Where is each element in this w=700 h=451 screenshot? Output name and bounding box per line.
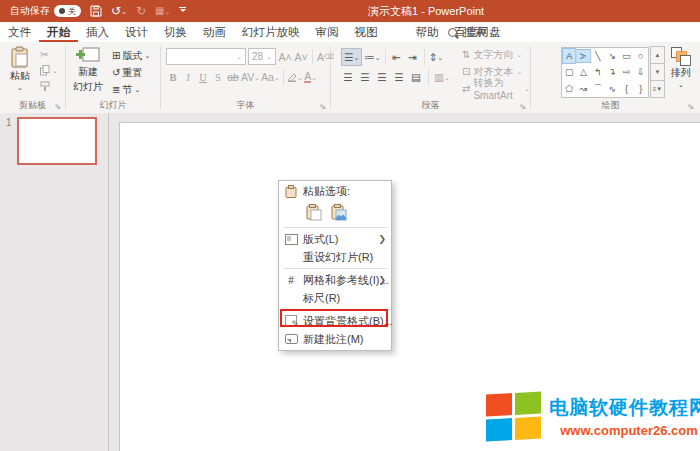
paste-button[interactable]: 粘贴 ⌄ — [4, 46, 36, 91]
copy-button[interactable]: ⌄ — [40, 64, 58, 77]
autosave-switch[interactable]: 关 — [54, 5, 81, 17]
bold-button[interactable]: B — [166, 69, 180, 85]
tab-home[interactable]: 开始 — [39, 22, 78, 42]
increase-font-button[interactable]: A˄ — [278, 49, 292, 65]
save-icon[interactable] — [90, 5, 102, 17]
ribbon: 粘贴 ⌄ ✂ ⌄ 剪贴板 ⇘ 新建 幻灯片 ⊞版式⌄ — [0, 42, 700, 114]
layout-button[interactable]: ⊞版式⌄ — [112, 49, 150, 62]
columns-button[interactable]: ▥⌄ — [434, 69, 450, 85]
autosave-toggle[interactable]: 自动保存 关 — [10, 4, 81, 18]
decrease-font-button[interactable]: A˅ — [294, 49, 308, 65]
change-case-button[interactable]: Aa⌄ — [261, 69, 280, 85]
shape-line-icon[interactable]: ╲ — [591, 48, 605, 64]
shape-vertical-textbox-icon[interactable]: A — [575, 49, 591, 63]
decrease-indent-button[interactable]: ⇤ — [390, 49, 404, 65]
gallery-scroll-down[interactable]: ▼ — [650, 63, 665, 81]
text-shadow-button[interactable]: S — [211, 69, 225, 85]
shape-scribble-icon[interactable]: ↝ — [576, 81, 590, 97]
align-center-button[interactable]: ☰ — [358, 69, 372, 85]
tab-transitions[interactable]: 切换 — [156, 22, 195, 42]
strikethrough-button[interactable]: ab — [226, 69, 240, 85]
shape-down-arrow-icon[interactable]: ⇩ — [634, 64, 648, 80]
tab-design[interactable]: 设计 — [117, 22, 156, 42]
shape-right-brace-icon[interactable]: } — [634, 81, 648, 97]
font-size-select[interactable]: 28⌄ — [248, 48, 276, 65]
align-right-button[interactable]: ☰ — [375, 69, 389, 85]
divider — [312, 49, 313, 65]
tab-review[interactable]: 审阅 — [308, 22, 347, 42]
shape-arrow-line-icon[interactable]: ↘ — [605, 48, 619, 64]
tab-file[interactable]: 文件 — [0, 22, 39, 42]
paste-options-header: 粘贴选项: — [279, 183, 391, 200]
menu-item-reset-slide[interactable]: 重设幻灯片(R) — [279, 248, 391, 266]
clipboard-mini-buttons: ✂ ⌄ — [40, 48, 58, 93]
reset-button[interactable]: ↺重置 — [112, 66, 150, 79]
shape-left-brace-icon[interactable]: { — [619, 81, 633, 97]
font-name-select[interactable]: ⌄ — [166, 48, 246, 65]
distribute-button[interactable]: ▤ — [409, 69, 423, 85]
paste-options-icon — [279, 185, 303, 198]
section-button[interactable]: ≣节⌄ — [112, 83, 150, 96]
clipboard-dialog-launcher[interactable]: ⇘ — [54, 102, 61, 111]
undo-button[interactable]: ↺⌄ — [111, 5, 127, 17]
shape-triangle-icon[interactable]: △ — [576, 64, 590, 80]
shape-rectangle-icon[interactable]: ▭ — [619, 48, 633, 64]
shape-freeform-icon[interactable]: ⬠ — [562, 81, 576, 97]
tab-animations[interactable]: 动画 — [195, 22, 234, 42]
grid-menu-icon: # — [279, 275, 303, 286]
font-dialog-launcher[interactable]: ⇘ — [319, 102, 326, 111]
shape-arc-icon[interactable]: ⌒ — [591, 81, 605, 97]
shape-oval-icon[interactable]: ○ — [634, 48, 648, 64]
redo-button[interactable]: ↻ — [136, 5, 146, 17]
paste-as-picture-button[interactable] — [330, 203, 348, 222]
align-text-icon: ⊡ — [462, 66, 470, 77]
slides-group: 新建 幻灯片 ⊞版式⌄ ↺重置 ≣节⌄ 幻灯片 — [66, 42, 160, 113]
align-left-button[interactable]: ☰ — [341, 69, 355, 85]
slide-thumbnail[interactable] — [17, 117, 97, 165]
reset-icon: ↺ — [112, 68, 120, 78]
shape-curve-icon[interactable]: ∿ — [605, 81, 619, 97]
increase-indent-button[interactable]: ⇥ — [406, 49, 420, 65]
paragraph-group-label: 段落 — [331, 99, 530, 112]
numbering-button[interactable]: ≔⌄ — [364, 49, 380, 65]
menu-item-ruler[interactable]: 标尺(R) — [279, 289, 391, 307]
menu-item-grid-guides[interactable]: # 网格和参考线(I)... ❯ — [279, 271, 391, 289]
italic-button[interactable]: I — [181, 69, 195, 85]
shape-rounded-rectangle-icon[interactable]: ▢ — [562, 64, 576, 80]
menu-item-layout[interactable]: 版式(L) ❯ — [279, 230, 391, 248]
shape-elbow-arrow-icon[interactable]: ↴ — [605, 64, 619, 80]
touch-mode-button[interactable]: ▦⌄ — [155, 6, 170, 16]
new-comment-icon — [279, 334, 303, 344]
line-spacing-button[interactable]: ⇕⌄ — [429, 49, 444, 65]
cut-button[interactable]: ✂ — [40, 48, 58, 61]
tab-help[interactable]: 帮助 — [408, 22, 447, 42]
arrange-button[interactable]: 排列 ⌄ — [668, 47, 694, 88]
customize-qat-button[interactable] — [179, 7, 186, 15]
paste-options-label: 粘贴选项: — [303, 184, 350, 199]
shape-right-arrow-icon[interactable]: ⇨ — [619, 64, 633, 80]
bullets-button[interactable]: ☰⌄ — [341, 48, 362, 66]
format-painter-button[interactable] — [40, 80, 58, 93]
underline-button[interactable]: U — [196, 69, 210, 85]
character-spacing-button[interactable]: AV⌄ — [241, 69, 260, 85]
drawing-dialog-launcher[interactable]: ⇘ — [687, 102, 694, 111]
gallery-more-button[interactable]: ≡▼ — [650, 80, 665, 98]
paste-keep-theme-button[interactable] — [305, 203, 323, 222]
tab-slideshow[interactable]: 幻灯片放映 — [234, 22, 308, 42]
justify-button[interactable]: ☰ — [392, 69, 406, 85]
text-direction-button[interactable]: ⇅文字方向⌄ — [462, 47, 530, 62]
search-box[interactable]: 搜索 — [448, 22, 486, 42]
convert-smartart-button[interactable]: ⇄转换为 SmartArt⌄ — [462, 81, 530, 96]
menu-item-new-comment[interactable]: 新建批注(M) — [279, 330, 391, 348]
tab-view[interactable]: 视图 — [347, 22, 386, 42]
font-color-button[interactable]: A⌄ — [304, 69, 318, 85]
ribbon-tabs: 文件 开始 插入 设计 切换 动画 幻灯片放映 审阅 视图 帮助 百度网盘 搜索 — [0, 22, 700, 42]
paste-clipboard-icon — [10, 46, 30, 68]
highlight-color-button[interactable]: ⌄ — [287, 69, 303, 85]
shape-elbow-connector-icon[interactable]: ↰ — [591, 64, 605, 80]
gallery-scroll-up[interactable]: ▲ — [650, 46, 665, 64]
divider — [424, 49, 425, 65]
tab-insert[interactable]: 插入 — [78, 22, 117, 42]
new-slide-button[interactable]: 新建 幻灯片 — [70, 46, 106, 94]
search-icon — [448, 28, 457, 37]
